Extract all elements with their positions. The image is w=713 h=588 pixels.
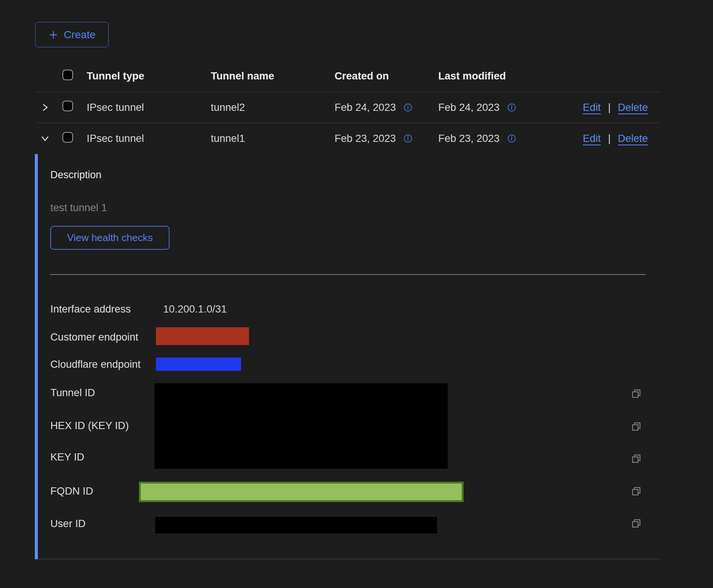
chevron-down-icon xyxy=(40,133,50,144)
detail-value-interface-address: 10.200.1.0/31 xyxy=(163,304,227,314)
detail-label-key-id: KEY ID xyxy=(50,452,84,462)
row-checkbox[interactable] xyxy=(62,132,73,143)
cell-last-modified: Feb 24, 2023 xyxy=(438,101,500,114)
detail-label-hex-id: HEX ID (KEY ID) xyxy=(50,420,129,431)
detail-label-fqdn-id: FQDN ID xyxy=(50,486,93,496)
redacted-cloudflare-endpoint-value xyxy=(156,358,241,371)
info-icon[interactable] xyxy=(403,134,413,143)
delete-link[interactable]: Delete xyxy=(618,101,648,114)
header-tunnel-type: Tunnel type xyxy=(87,70,211,82)
detail-label-customer-endpoint: Customer endpoint xyxy=(50,332,138,342)
actions-separator: | xyxy=(608,132,610,145)
copy-icon[interactable] xyxy=(631,453,641,464)
collapse-row-button[interactable] xyxy=(40,133,50,144)
copy-icon[interactable] xyxy=(631,421,641,432)
redacted-customer-endpoint-value xyxy=(156,327,249,345)
cell-tunnel-type: IPsec tunnel xyxy=(87,101,211,114)
info-icon[interactable] xyxy=(507,103,516,112)
create-button-label: Create xyxy=(64,29,95,41)
actions-separator: | xyxy=(608,101,610,114)
chevron-right-icon xyxy=(40,102,50,113)
select-all-checkbox[interactable] xyxy=(62,70,73,80)
copy-icon[interactable] xyxy=(631,486,641,496)
cell-tunnel-type: IPsec tunnel xyxy=(87,132,211,145)
description-value: test tunnel 1 xyxy=(50,202,107,214)
copy-icon[interactable] xyxy=(631,388,641,399)
create-button[interactable]: Create xyxy=(35,22,109,47)
detail-label-cloudflare-endpoint: Cloudflare endpoint xyxy=(50,359,141,370)
cell-tunnel-name: tunnel2 xyxy=(211,101,335,114)
expanded-row-panel: Description test tunnel 1 View health ch… xyxy=(35,154,660,559)
description-label: Description xyxy=(50,169,101,181)
cell-tunnel-name: tunnel1 xyxy=(211,132,335,145)
delete-link[interactable]: Delete xyxy=(618,132,648,145)
plus-icon xyxy=(48,30,59,40)
table-row: IPsec tunnel tunnel2 Feb 24, 2023 Feb 24… xyxy=(36,92,660,123)
header-created-on: Created on xyxy=(335,70,438,82)
header-last-modified: Last modified xyxy=(438,70,583,82)
view-health-checks-button[interactable]: View health checks xyxy=(50,226,170,250)
row-checkbox[interactable] xyxy=(62,101,73,111)
edit-link[interactable]: Edit xyxy=(583,101,601,114)
cell-last-modified: Feb 23, 2023 xyxy=(438,132,500,145)
cell-created-on: Feb 23, 2023 xyxy=(335,132,396,145)
redacted-user-id-value xyxy=(155,517,437,534)
expand-row-button[interactable] xyxy=(40,102,50,113)
cell-created-on: Feb 24, 2023 xyxy=(335,101,396,114)
expanded-row-indicator-bar xyxy=(35,154,38,559)
panel-divider xyxy=(50,274,646,275)
tunnels-table: Tunnel type Tunnel name Created on Last … xyxy=(36,61,660,154)
redacted-tunnel-hex-key-id-values xyxy=(154,383,448,469)
redacted-fqdn-id-value xyxy=(139,482,464,502)
copy-icon[interactable] xyxy=(631,518,641,529)
detail-label-interface-address: Interface address xyxy=(50,304,131,314)
edit-link[interactable]: Edit xyxy=(583,132,601,145)
header-tunnel-name: Tunnel name xyxy=(211,70,335,82)
detail-label-tunnel-id: Tunnel ID xyxy=(50,387,95,398)
table-header-row: Tunnel type Tunnel name Created on Last … xyxy=(36,61,660,92)
detail-label-user-id: User ID xyxy=(50,518,86,529)
info-icon[interactable] xyxy=(403,103,413,112)
info-icon[interactable] xyxy=(507,134,516,143)
table-row: IPsec tunnel tunnel1 Feb 23, 2023 Feb 23… xyxy=(36,123,660,154)
